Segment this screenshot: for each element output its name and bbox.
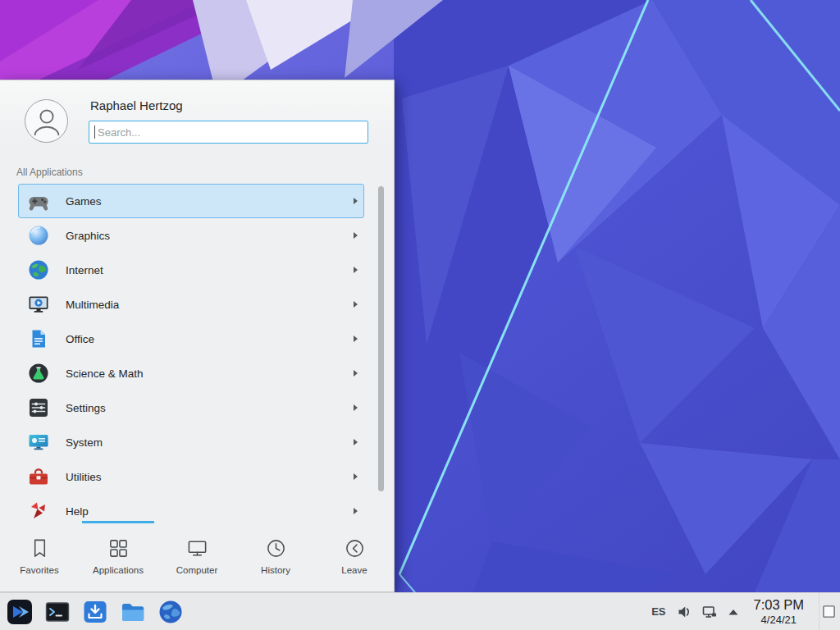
category-help[interactable]: Help: [18, 494, 364, 521]
category-system[interactable]: System: [18, 425, 364, 459]
system-monitor-icon: [28, 431, 49, 453]
category-settings[interactable]: Settings: [18, 390, 364, 425]
user-avatar[interactable]: [25, 99, 68, 143]
category-science-math[interactable]: Science & Math: [18, 356, 364, 390]
clock[interactable]: 7:03 PM 4/24/21: [750, 597, 808, 626]
tab-label: Applications: [93, 565, 144, 575]
chevron-right-icon: [354, 232, 358, 239]
bookmark-icon: [29, 537, 51, 559]
tab-label: Favorites: [20, 565, 58, 575]
kali-menu-icon: [7, 599, 33, 625]
terminal-icon: [44, 599, 71, 625]
category-label: Multimedia: [66, 299, 354, 311]
category-utilities[interactable]: Utilities: [18, 459, 364, 494]
category-internet[interactable]: Internet: [18, 253, 364, 287]
category-label: Help: [66, 505, 354, 518]
category-label: Office: [66, 333, 354, 345]
tab-leave[interactable]: Leave: [315, 521, 394, 591]
taskbar: ES 7:03 PM 4/24/21: [0, 592, 840, 630]
taskbar-launchers: [0, 598, 184, 625]
category-list: Games Graphics: [0, 181, 394, 521]
computer-icon: [186, 537, 208, 559]
apps-grid-icon: [107, 537, 130, 559]
chevron-right-icon: [354, 370, 358, 377]
desktop: Raphael Hertzog All Applications: [0, 0, 840, 630]
scrollbar[interactable]: [378, 186, 384, 491]
active-tab-indicator: [82, 521, 154, 523]
chevron-right-icon: [354, 473, 358, 480]
tab-applications[interactable]: Applications: [79, 521, 158, 591]
chevron-right-icon: [354, 301, 358, 308]
tab-label: Computer: [176, 565, 218, 575]
system-tray: ES 7:03 PM 4/24/21: [651, 593, 840, 630]
category-label: Utilities: [66, 471, 354, 483]
chevron-right-icon: [354, 198, 358, 204]
category-office[interactable]: Office: [18, 322, 364, 356]
text-caret: [94, 126, 95, 139]
globe-browser-icon: [158, 599, 184, 625]
user-icon: [29, 103, 65, 139]
category-label: Internet: [66, 264, 354, 276]
chevron-right-icon: [354, 404, 358, 411]
browser-button[interactable]: [157, 598, 184, 625]
history-clock-icon: [265, 537, 287, 559]
tab-label: History: [261, 565, 290, 575]
flask-icon: [28, 363, 49, 384]
launcher-header: Raphael Hertzog: [0, 80, 394, 153]
media-screen-icon: [28, 294, 49, 315]
folder-icon: [120, 599, 146, 625]
search-field: [89, 121, 368, 144]
clock-time: 7:03 PM: [754, 597, 804, 613]
terminal-button[interactable]: [43, 598, 71, 625]
show-desktop-button[interactable]: [819, 593, 838, 630]
software-icon: [82, 599, 108, 625]
network-icon[interactable]: [702, 605, 717, 619]
app-menu-button[interactable]: [6, 598, 33, 625]
launcher-tabbar: Favorites Applications: [0, 521, 394, 591]
user-name: Raphael Hertzog: [90, 98, 368, 112]
help-icon: [28, 500, 49, 521]
document-icon: [28, 328, 49, 349]
tab-favorites[interactable]: Favorites: [0, 521, 79, 591]
tab-history[interactable]: History: [236, 521, 315, 591]
toolbox-icon: [28, 466, 49, 487]
application-launcher: Raphael Hertzog All Applications: [0, 80, 395, 592]
show-desktop-icon: [822, 605, 836, 619]
graphics-sphere-icon: [28, 225, 49, 246]
software-button[interactable]: [81, 598, 108, 625]
globe-icon: [28, 259, 49, 281]
category-games[interactable]: Games: [18, 184, 364, 218]
category-multimedia[interactable]: Multimedia: [18, 287, 364, 322]
chevron-right-icon: [354, 336, 358, 342]
tab-label: Leave: [341, 565, 367, 575]
clock-date: 4/24/21: [754, 614, 804, 626]
launcher-header-right: Raphael Hertzog: [89, 90, 368, 153]
section-label: All Applications: [0, 153, 394, 181]
sliders-icon: [28, 397, 49, 418]
search-input[interactable]: [89, 121, 368, 144]
chevron-right-icon: [354, 508, 358, 514]
chevron-right-icon: [354, 267, 358, 273]
chevron-right-icon: [354, 439, 358, 445]
category-label: Science & Math: [66, 368, 354, 380]
volume-icon[interactable]: [677, 605, 692, 619]
keyboard-layout-indicator[interactable]: ES: [651, 605, 665, 618]
leave-icon: [344, 537, 366, 559]
file-manager-button[interactable]: [119, 598, 146, 625]
category-label: Graphics: [66, 230, 354, 242]
category-label: Settings: [66, 402, 354, 414]
tab-computer[interactable]: Computer: [158, 521, 236, 591]
gamepad-icon: [28, 190, 49, 212]
expand-tray-icon[interactable]: [728, 608, 739, 616]
category-graphics[interactable]: Graphics: [18, 218, 364, 253]
category-label: Games: [66, 195, 354, 208]
category-label: System: [66, 436, 354, 449]
